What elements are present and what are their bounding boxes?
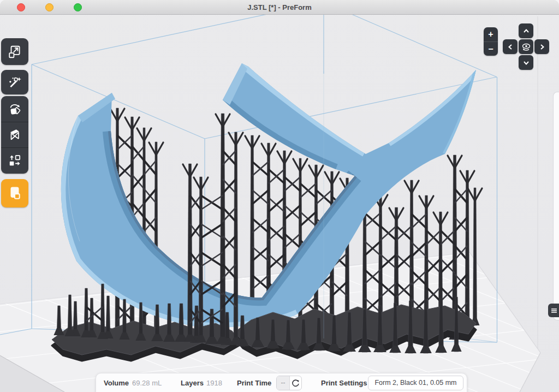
- rotate-up-icon: [522, 27, 530, 35]
- one-click-print-wand-icon: [8, 75, 22, 90]
- print-time-control[interactable]: --: [276, 376, 302, 390]
- orbit-eye-icon: [521, 41, 532, 52]
- print-time-label-text: Print Time: [237, 379, 271, 387]
- rotate-left-button[interactable]: [503, 39, 518, 54]
- volume-value: 69.28 mL: [132, 373, 162, 392]
- tool-group: [1, 96, 28, 174]
- rotate-up-button[interactable]: [519, 23, 533, 38]
- print-cartridge-icon: [7, 185, 22, 201]
- window-title: J.STL [*] - PreForm: [0, 0, 559, 15]
- layout-button[interactable]: [1, 147, 28, 173]
- print-button[interactable]: [1, 179, 28, 207]
- rotate-right-icon: [538, 43, 546, 51]
- orbit-view-button[interactable]: [519, 39, 533, 54]
- zoom-control: + −: [484, 27, 498, 56]
- rotate-down-button[interactable]: [519, 55, 533, 70]
- status-bar: Volume 69.28 mL Layers 1918 Print Time -…: [96, 373, 467, 392]
- supports-structure-icon: [8, 128, 22, 142]
- preform-window: J.STL [*] - PreForm: [0, 0, 559, 392]
- refresh-icon: [292, 379, 300, 387]
- volume-label-text: Volume: [104, 379, 129, 387]
- volume-label: Volume: [104, 373, 129, 392]
- rotate-left-icon: [507, 43, 514, 51]
- layers-label: Layers: [181, 373, 204, 392]
- layers-value-text: 1918: [206, 379, 222, 387]
- viewport-3d-scene[interactable]: [0, 0, 559, 392]
- print-settings-label-text: Print Settings: [321, 379, 367, 387]
- one-click-print-button[interactable]: [1, 70, 28, 94]
- model-list-toggle-button[interactable]: [548, 304, 559, 317]
- orient-rotate-icon: [8, 102, 22, 116]
- rotate-right-button[interactable]: [534, 39, 549, 54]
- resize-model-icon: [8, 45, 22, 59]
- print-time-label: Print Time: [237, 373, 271, 392]
- right-panel-edge: [553, 92, 559, 320]
- titlebar: J.STL [*] - PreForm: [0, 0, 559, 15]
- zoom-in-button[interactable]: +: [484, 27, 498, 41]
- print-settings-selector[interactable]: Form 2, Black 01, 0.05 mm: [368, 376, 463, 390]
- resize-model-button[interactable]: [1, 38, 28, 65]
- print-time-value: --: [277, 376, 290, 390]
- zoom-out-button[interactable]: −: [484, 41, 498, 56]
- recalculate-time-button[interactable]: [290, 376, 301, 390]
- layout-arrange-icon: [8, 153, 22, 168]
- list-panel-icon: [551, 307, 557, 314]
- rotate-down-icon: [522, 59, 530, 67]
- layers-label-text: Layers: [181, 379, 204, 387]
- print-settings-label: Print Settings: [321, 373, 367, 392]
- orient-button[interactable]: [1, 96, 28, 122]
- supports-button[interactable]: [1, 122, 28, 147]
- volume-value-text: 69.28 mL: [132, 379, 162, 387]
- layers-value: 1918: [206, 373, 222, 392]
